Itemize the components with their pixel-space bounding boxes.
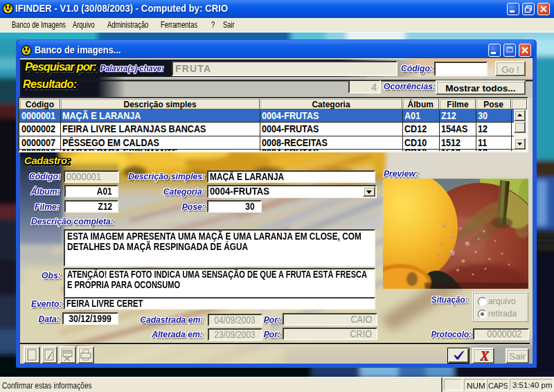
svg-text:X: X (479, 349, 490, 362)
